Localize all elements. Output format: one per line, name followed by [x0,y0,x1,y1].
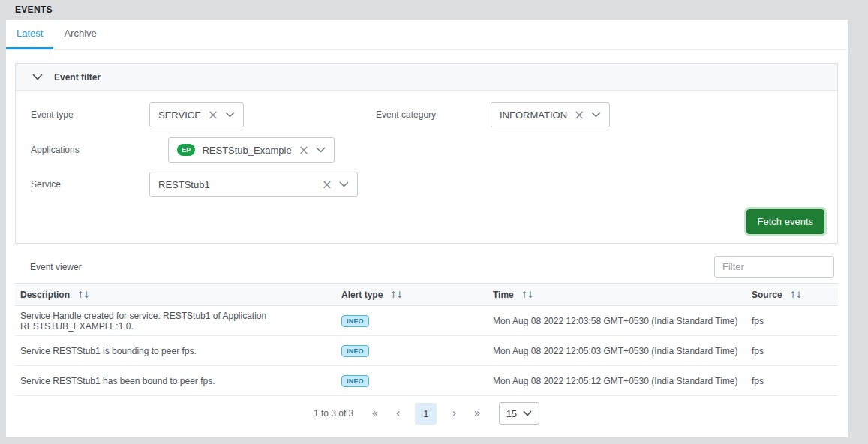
tab-latest-label: Latest [17,28,43,39]
last-page-button[interactable]: » [471,406,482,420]
event-category-label: Event category [376,110,436,120]
column-label: Source [752,290,782,300]
service-label: Service [31,179,61,190]
event-viewer-section: Event viewer Description ↑↓ Alert type ↑… [15,248,838,430]
pagination: 1 to 3 of 3 « ‹ 1 › » 15 [15,396,838,430]
alert-type-badge: INFO [341,315,369,327]
clear-icon[interactable]: × [299,144,309,157]
alert-type-badge: INFO [341,375,369,387]
event-filter-title: Event filter [54,72,101,82]
fetch-events-button[interactable]: Fetch events [746,209,824,234]
column-header-alert-type[interactable]: Alert type ↑↓ [341,290,493,300]
chevron-down-icon[interactable] [316,147,326,153]
main-panel: Latest Archive Event filter Event type S… [6,20,848,437]
applications-label: Applications [31,145,80,155]
event-filter-header[interactable]: Event filter [16,64,837,91]
column-header-description[interactable]: Description ↑↓ [20,290,341,300]
tab-latest[interactable]: Latest [6,20,53,50]
column-header-time[interactable]: Time ↑↓ [493,290,752,300]
row-description: Service RESTStub1 has been bound to peer… [20,376,341,386]
event-category-value: INFORMATION [500,110,567,121]
table-header: Description ↑↓ Alert type ↑↓ Time ↑↓ Sou… [15,283,838,306]
page-title: EVENTS [15,4,53,15]
clear-icon[interactable]: × [574,109,584,122]
event-viewer-head: Event viewer [15,248,838,283]
column-label: Description [20,290,70,300]
event-type-dropdown[interactable]: SERVICE × [149,102,244,128]
sort-icon[interactable]: ↑↓ [521,290,533,300]
table-row[interactable]: Service RESTStub1 has been bound to peer… [15,366,838,396]
tab-bar: Latest Archive [6,20,848,50]
page-size-select[interactable]: 15 [499,402,539,424]
service-value: RESTStub1 [158,179,210,190]
tab-archive-label: Archive [64,28,96,39]
chevron-down-icon[interactable] [32,74,43,80]
filter-input[interactable] [714,256,834,278]
table-body: Service Handle created for service: REST… [15,306,838,396]
event-type-label: Event type [31,110,74,120]
current-page-button[interactable]: 1 [415,403,437,424]
event-type-value: SERVICE [158,110,201,121]
pagination-range: 1 to 3 of 3 [314,408,353,418]
sort-icon[interactable]: ↑↓ [389,290,401,300]
sort-icon[interactable]: ↑↓ [77,290,89,300]
clear-icon[interactable]: × [208,109,218,122]
column-label: Time [493,290,514,300]
row-description: Service RESTStub1 is bounding to peer fp… [20,346,341,356]
prev-page-button[interactable]: ‹ [393,406,402,420]
alert-type-badge: INFO [341,345,369,357]
chevron-down-icon[interactable] [339,182,349,188]
row-time: Mon Aug 08 2022 12:05:03 GMT+0530 (India… [493,346,752,356]
event-viewer-title: Event viewer [30,262,82,272]
column-label: Alert type [341,290,383,300]
first-page-button[interactable]: « [369,406,380,420]
next-page-button[interactable]: › [449,406,458,420]
page-size-value: 15 [506,408,517,419]
applications-value: RESTStub_Example [202,145,291,156]
table-row[interactable]: Service RESTStub1 is bounding to peer fp… [15,336,838,366]
row-source: fps [752,316,838,326]
applications-dropdown[interactable]: EP RESTStub_Example × [168,137,335,163]
event-filter-card: Event filter Event type SERVICE × Event … [15,63,838,244]
row-time: Mon Aug 08 2022 12:05:12 GMT+0530 (India… [493,376,752,386]
row-source: fps [752,376,838,386]
service-dropdown[interactable]: RESTStub1 × [149,172,358,197]
clear-icon[interactable]: × [322,178,332,191]
tab-archive[interactable]: Archive [53,20,107,50]
sort-icon[interactable]: ↑↓ [789,290,801,300]
row-time: Mon Aug 08 2022 12:03:58 GMT+0530 (India… [493,316,752,326]
row-source: fps [752,346,838,356]
table-row[interactable]: Service Handle created for service: REST… [15,306,838,336]
event-category-dropdown[interactable]: INFORMATION × [491,102,610,128]
chevron-down-icon [523,410,532,416]
event-filter-body: Event type SERVICE × Event category INFO… [16,91,837,243]
row-description: Service Handle created for service: REST… [20,310,341,332]
column-header-source[interactable]: Source ↑↓ [752,290,838,300]
chevron-down-icon[interactable] [591,112,601,118]
chevron-down-icon[interactable] [225,112,235,118]
ep-badge: EP [177,144,195,156]
